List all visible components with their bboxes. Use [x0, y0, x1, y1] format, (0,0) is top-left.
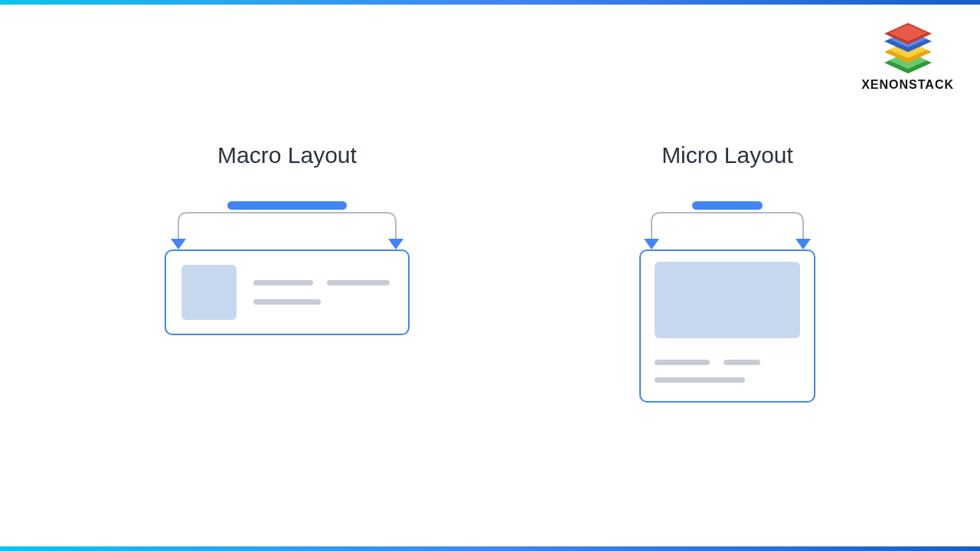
micro-card: [639, 249, 815, 403]
placeholder-line: [253, 280, 313, 285]
macro-title: Macro Layout: [217, 142, 357, 168]
macro-pill: [227, 201, 347, 210]
micro-pill: [692, 201, 763, 210]
svg-marker-9: [171, 239, 186, 249]
placeholder-line: [724, 360, 760, 365]
micro-column: Micro Layout: [639, 142, 815, 403]
macro-card: [165, 249, 410, 335]
diagram-page: XENONSTACK Macro Layout: [0, 0, 980, 551]
macro-thumbnail: [181, 265, 237, 320]
svg-marker-10: [388, 239, 403, 249]
xenonstack-icon: [880, 23, 936, 73]
brand-logo: XENONSTACK: [861, 23, 954, 92]
macro-text-lines: [253, 280, 393, 305]
micro-hero: [655, 262, 800, 338]
svg-marker-11: [644, 239, 659, 249]
diagram-content: Macro Layout: [0, 142, 980, 403]
placeholder-line: [655, 377, 745, 383]
brand-name: XENONSTACK: [861, 78, 954, 92]
placeholder-line: [253, 299, 321, 305]
svg-marker-12: [795, 239, 811, 249]
micro-bracket: [639, 205, 815, 249]
micro-text-lines: [655, 360, 800, 383]
macro-bracket: [165, 205, 410, 249]
placeholder-line: [655, 360, 710, 365]
macro-column: Macro Layout: [165, 142, 410, 403]
micro-title: Micro Layout: [662, 142, 793, 168]
placeholder-line: [327, 280, 390, 285]
